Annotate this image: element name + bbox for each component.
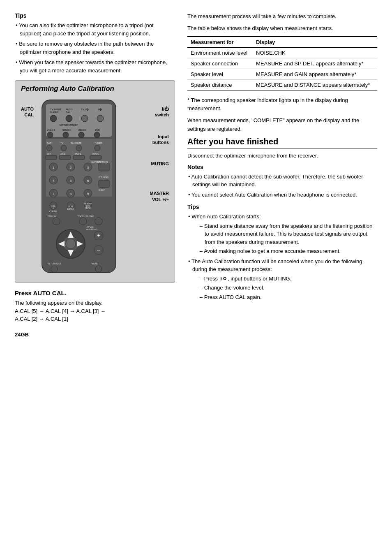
svg-text:5: 5	[70, 179, 72, 183]
tip-sub-item: Stand some distance away from the speake…	[199, 222, 377, 246]
svg-text:3: 3	[87, 166, 89, 169]
col-header-measurement: Measurement for	[187, 37, 253, 48]
svg-text:°DISPLAY: °DISPLAY	[47, 215, 56, 218]
svg-text:9: 9	[87, 192, 89, 196]
svg-text:TV: TV	[60, 142, 63, 144]
muting-label-right: MUTING	[150, 161, 169, 167]
svg-text:MASTER VOL: MASTER VOL	[86, 229, 98, 231]
svg-text:–: –	[97, 246, 100, 253]
section-title: Performing Auto Calibration	[21, 85, 169, 93]
note-item: You cannot select Auto Calibration when …	[187, 191, 377, 199]
measurement-cell: Environment noise level	[187, 47, 253, 58]
press-autocal: Press AUTO CAL. The following appears on…	[15, 290, 175, 323]
svg-point-9	[66, 115, 72, 122]
measurement-cell: Speaker distance	[187, 79, 253, 90]
svg-rect-36	[73, 155, 85, 160]
svg-point-94	[95, 266, 102, 272]
svg-text:7: 7	[53, 192, 55, 196]
master-vol-label: MASTERVOL +/–	[150, 190, 169, 202]
after-heading: After you have finished	[187, 137, 377, 148]
svg-point-93	[51, 266, 58, 272]
svg-text:6: 6	[87, 179, 89, 183]
svg-text:D.TUNING: D.TUNING	[99, 176, 108, 178]
svg-rect-45	[99, 163, 109, 171]
svg-point-17	[47, 132, 53, 138]
tip-sublist: Stand some distance away from the speake…	[192, 222, 377, 255]
svg-point-11	[97, 115, 104, 122]
svg-text:1: 1	[53, 166, 55, 169]
col-header-display: Display	[253, 37, 377, 48]
tip-item: Be sure to remove any obstacles in the p…	[15, 40, 175, 56]
tip-item-right: When Auto Calibration starts: Stand some…	[187, 213, 377, 255]
tip-main: When Auto Calibration starts:	[191, 213, 261, 220]
right-column: The measurement process will take a few …	[187, 12, 377, 338]
svg-text:CAL: CAL	[66, 111, 71, 114]
svg-text:AUTO: AUTO	[66, 108, 73, 111]
note-item: Auto Calibration cannot detect the sub w…	[187, 173, 377, 189]
tips-list: You can also fix the optimizer microphon…	[15, 21, 175, 74]
svg-text:SYSTEM STANDBY: SYSTEM STANDBY	[59, 124, 78, 126]
press-text1: The following appears on the display.	[15, 299, 175, 307]
svg-text:4: 4	[53, 179, 55, 183]
svg-text:MOVIE: MOVIE	[75, 153, 82, 155]
tip-sub-item: Avoid making noise to get a more accurat…	[199, 247, 377, 255]
tips-list-right: When Auto Calibration starts: Stand some…	[187, 213, 377, 301]
svg-point-27	[61, 145, 67, 151]
table-row: Environment noise level NOISE.CHK	[187, 47, 377, 58]
svg-point-18	[63, 132, 69, 138]
measurement-table: Measurement for Display Environment nois…	[187, 36, 377, 90]
svg-text:TUNER: TUNER	[95, 142, 102, 144]
svg-text:8: 8	[70, 192, 72, 196]
svg-rect-37	[90, 155, 101, 160]
svg-text:2CH: 2CH	[47, 153, 51, 155]
tip-sub-item: Change the volume level.	[199, 284, 377, 292]
complete-text: When measurement ends, "COMPLETE" appear…	[187, 116, 377, 134]
display-cell: MEASURE and GAIN appears alternately*	[253, 69, 377, 79]
table-row: Speaker connection MEASURE and SP DET. a…	[187, 58, 377, 69]
svg-text:MEMORY: MEMORY	[84, 203, 92, 205]
footnote: * The corresponding speaker indicator li…	[187, 96, 377, 114]
tip-sublist: Press I/⭘, input buttons or MUTING. Chan…	[192, 275, 377, 301]
measurement-cell: Speaker connection	[187, 58, 253, 69]
svg-text:°RETURN/EXIT: °RETURN/EXIT	[47, 262, 61, 265]
svg-text:VIDEO 1: VIDEO 1	[47, 129, 55, 131]
svg-text:D.SKIP: D.SKIP	[99, 189, 106, 191]
svg-rect-34	[45, 155, 57, 160]
right-labels: I/⏻switch Inputbuttons MUTING MASTERVOL …	[150, 98, 169, 206]
svg-text:-/-: -/-	[53, 207, 55, 209]
table-row: Speaker distance MEASURE and DISTANCE ap…	[187, 79, 377, 90]
svg-text:TV INPUT: TV INPUT	[50, 108, 62, 111]
left-labels: AUTOCAL	[21, 98, 34, 121]
press-autocal-heading: Press AUTO CAL.	[15, 290, 175, 297]
svg-text:FM MODE: FM MODE	[99, 161, 108, 163]
svg-point-10	[81, 115, 88, 122]
tip-main: The Auto Calibration function will be ca…	[191, 258, 362, 273]
section-box: Performing Auto Calibration AUTOCAL	[15, 80, 175, 283]
svg-text:°MENU: °MENU	[91, 262, 98, 265]
power-switch-label: I/⏻switch	[150, 106, 169, 118]
svg-rect-60	[99, 180, 109, 188]
svg-text:°TOOLS °MUTING: °TOOLS °MUTING	[77, 215, 94, 218]
tips-heading: Tips	[15, 12, 175, 19]
after-text: Disconnect the optimizer microphone from…	[187, 152, 377, 160]
svg-text:A.F.D.: A.F.D.	[60, 153, 66, 155]
tips-heading-right: Tips	[187, 204, 377, 210]
svg-point-86	[66, 239, 76, 249]
page-number: 24GB	[15, 331, 175, 338]
display-cell: MEASURE and SP DET. appears alternately*	[253, 58, 377, 69]
notes-heading: Notes	[187, 164, 377, 170]
svg-rect-35	[59, 155, 71, 160]
measurement-cell: Speaker level	[187, 69, 253, 79]
svg-text:+: +	[97, 232, 100, 239]
svg-point-76	[79, 218, 87, 225]
display-cell: MEASURE and DISTANCE appears alternately…	[253, 79, 377, 90]
svg-point-75	[53, 218, 60, 225]
svg-text:TV VOL: TV VOL	[87, 226, 94, 228]
remote-diagram: AUTOCAL TV INPUT SLEEP AUTO	[21, 98, 169, 276]
tip-item: You can also fix the optimizer microphon…	[15, 21, 175, 37]
auto-cal-label: AUTOCAL	[21, 106, 34, 118]
svg-point-8	[50, 115, 57, 122]
svg-text:DVD: DVD	[95, 129, 100, 131]
tip-sub-item: Press I/⭘, input buttons or MUTING.	[199, 275, 377, 283]
press-text3: A.CAL [2] → A.CAL [1]	[15, 315, 175, 323]
